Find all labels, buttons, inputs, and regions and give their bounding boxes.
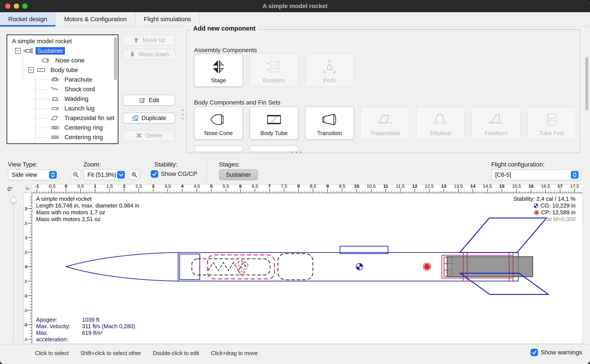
svg-text:3: 3 [152, 184, 154, 188]
show-warnings-checkbox[interactable]: Show warnings [530, 349, 582, 356]
tree-scrollbar[interactable] [114, 37, 117, 80]
tubefins-icon [542, 110, 561, 129]
mach-condition: at M=0,300 [547, 216, 576, 223]
view-type-select[interactable]: Side view [8, 169, 59, 180]
card-label: Pods [306, 77, 354, 84]
boosters-icon [265, 58, 283, 76]
tree-item-nose-cone[interactable]: Nose cone [7, 56, 118, 65]
component-card-stage[interactable]: Stage [194, 54, 243, 87]
splitter-handle-horizontal[interactable] [291, 151, 301, 153]
card-label: Trapezoidal [361, 130, 409, 136]
design-panel: A simple model rocketSustainerNose coneB… [0, 27, 590, 156]
tab-flight-simulations[interactable]: Flight simulations [135, 12, 200, 27]
tree-item-centering-ring[interactable]: Centering ring [7, 132, 118, 142]
tree-item-shock-cord[interactable]: Shock cord [7, 84, 118, 94]
rotation-slider-knob[interactable] [11, 197, 16, 203]
zoom-out-button[interactable] [71, 170, 81, 180]
tree-item-inner-tube[interactable]: Inner Tube [7, 142, 118, 144]
component-card-transition[interactable]: Transition [305, 106, 354, 140]
svg-text:8: 8 [297, 184, 300, 188]
velocity-label: Max. velocity: [36, 323, 82, 330]
svg-text:12,5: 12,5 [425, 184, 434, 188]
rotation-slider-track[interactable] [13, 195, 14, 341]
transition-icon [320, 110, 339, 129]
zoom-in-button[interactable] [129, 170, 139, 180]
svg-text:11,5: 11,5 [396, 184, 404, 188]
stage-icon [209, 58, 228, 76]
duplicate-button[interactable]: Duplicate [123, 113, 175, 124]
svg-text:14: 14 [470, 184, 476, 188]
flight-config-select[interactable]: [C6-5] [491, 169, 580, 180]
zoom-select[interactable]: Fit (51,9%) [83, 169, 127, 180]
tree-item-label: Launch lug [63, 105, 96, 112]
svg-text:2: 2 [123, 184, 125, 188]
tree-item-sustainer[interactable]: Sustainer [7, 46, 118, 56]
svg-text:0: 0 [25, 265, 27, 269]
hint-text: Click to select [35, 350, 69, 356]
elliptical-icon [431, 110, 450, 129]
svg-text:16: 16 [528, 184, 533, 188]
tree-item-wadding[interactable]: Wadding [7, 94, 118, 104]
svg-text:6,5: 6,5 [252, 184, 258, 188]
component-card-elliptical: Elliptical [416, 106, 465, 140]
add-component-panel: Assembly ComponentsStageBoostersPodsBody… [186, 29, 580, 153]
status-bar: Click to selectShift+click to select oth… [0, 344, 590, 364]
button-label: Delete [145, 132, 162, 139]
tree-item-label: Body tube [49, 66, 80, 74]
svg-text:14,5: 14,5 [483, 184, 492, 188]
zoom-in-icon [131, 171, 138, 178]
component-card-body-tube[interactable]: Body Tube [249, 106, 299, 140]
stages-label: Stages: [219, 161, 240, 168]
panel-scrollbar[interactable] [585, 57, 588, 111]
checkbox-checked-icon [151, 170, 158, 178]
svg-text:9: 9 [326, 184, 329, 188]
component-card-partial[interactable] [194, 145, 243, 152]
tree-item-parachute[interactable]: Parachute [7, 75, 118, 84]
tab-rocket-design[interactable]: Rocket design [0, 12, 56, 27]
rocket-info-block: A simple model rocket Length 16,748 in, … [36, 195, 139, 223]
tree-item-label: Inner Tube [63, 143, 95, 144]
tree-item-label: Sustainer [36, 47, 65, 55]
tree-item-a-simple-model-rocket[interactable]: A simple model rocket [7, 36, 118, 46]
svg-text:9,5: 9,5 [339, 184, 345, 188]
acceleration-label: Max. acceleration: [36, 330, 82, 343]
cg-value: CG: 10,229 in [541, 202, 576, 209]
duplicate-icon [132, 115, 139, 121]
svg-text:-0,5: -0,5 [24, 279, 27, 284]
tree-expander[interactable] [28, 67, 34, 73]
svg-text:5: 5 [210, 184, 213, 188]
svg-text:4,5: 4,5 [194, 184, 200, 188]
hint-text: Double-click to edit [153, 350, 199, 356]
tab-label: Rocket design [8, 16, 47, 22]
stepper-icon [571, 171, 579, 179]
cp-icon [534, 210, 539, 215]
tab-motors-configuration[interactable]: Motors & Configuration [56, 12, 135, 27]
edit-icon [139, 97, 146, 104]
apogee-value: 1039 ft [82, 316, 100, 323]
component-tree[interactable]: A simple model rocketSustainerNose coneB… [7, 34, 118, 144]
window-title: A simple model rocket [0, 0, 590, 12]
tree-item-label: A simple model rocket [10, 38, 74, 45]
tree-item-body-tube[interactable]: Body tube [7, 65, 118, 75]
ruler-unit: in [24, 184, 32, 193]
svg-text:15,5: 15,5 [512, 184, 521, 188]
nosecone-icon [41, 58, 51, 63]
rocket-parts [66, 218, 548, 294]
svg-text:1,5: 1,5 [107, 184, 113, 188]
tree-item-centering-ring[interactable]: Centering ring [7, 123, 118, 132]
tree-expander[interactable] [15, 48, 21, 54]
svg-text:0,5: 0,5 [77, 184, 84, 188]
splitter-handle-vertical[interactable] [182, 110, 184, 119]
svg-text:-2: -2 [24, 323, 27, 327]
component-card-nose-cone[interactable]: Nose Cone [194, 106, 243, 140]
tree-item-launch-lug[interactable]: Launch lug [7, 104, 118, 113]
component-card-partial[interactable] [249, 145, 299, 152]
tree-item-trapezoidal-fin-set[interactable]: Trapezoidal fin set [7, 113, 118, 123]
show-cgcp-checkbox[interactable]: Show CG/CP [151, 170, 197, 178]
titlebar: A simple model rocket [0, 0, 590, 12]
tab-bar: Rocket designMotors & ConfigurationFligh… [0, 12, 590, 27]
svg-text:-0,5: -0,5 [47, 184, 55, 188]
zoom-out-icon [72, 171, 79, 178]
edit-button[interactable]: Edit [123, 95, 175, 106]
stage-toggle-sustainer[interactable]: Sustainer [219, 169, 258, 180]
